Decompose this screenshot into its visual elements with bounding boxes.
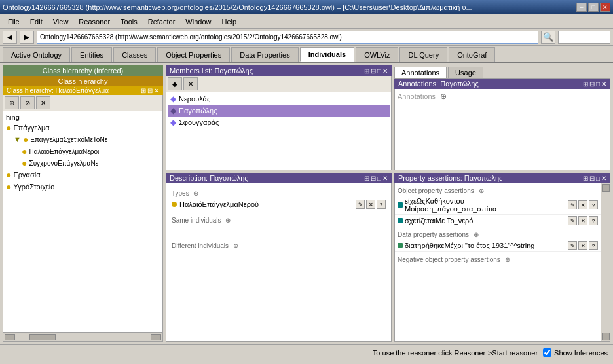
prop-icon-3[interactable]: □ — [596, 175, 600, 182]
different-add-button[interactable]: ⊕ — [233, 242, 238, 249]
desc-icon-2[interactable]: ⊟ — [371, 175, 376, 182]
prop-item-diatirithike[interactable]: διατηρήθηκεΜέχρι "το έτος 1931"^^string … — [395, 240, 601, 252]
prop-edit-3[interactable]: ✎ — [568, 241, 577, 250]
maximize-button[interactable]: □ — [588, 3, 599, 12]
tab-classes[interactable]: Classes — [113, 47, 156, 62]
prop-info-1[interactable]: ? — [589, 200, 598, 209]
menu-help[interactable]: Help — [216, 16, 242, 27]
tab-ontograf[interactable]: OntoGraf — [449, 47, 495, 62]
tab-usage[interactable]: Usage — [448, 67, 483, 78]
address-search-button[interactable]: 🔍 — [541, 31, 555, 44]
same-individuals-label: Same individuals ⊕ — [169, 215, 388, 225]
forward-button[interactable]: ▶ — [20, 31, 34, 44]
annotations-add-button[interactable]: ⊕ — [440, 92, 447, 101]
prop-delete-1[interactable]: ✕ — [578, 200, 587, 209]
member-item-neroylas[interactable]: ◆ Νερουλάς — [168, 93, 390, 105]
ann-icon-2[interactable]: ⊟ — [589, 81, 595, 88]
object-add-button[interactable]: ⊕ — [479, 187, 484, 194]
description-panel: Description: Παγοπώλης ⊞ ⊟ □ ✕ Types ⊕ — [166, 173, 392, 342]
members-header: Members list: Παγοπώλης ⊞ ⊟ □ ✕ — [166, 65, 392, 76]
prop-info-3[interactable]: ? — [589, 241, 598, 250]
minimize-button[interactable]: – — [576, 3, 587, 12]
types-add-button[interactable]: ⊕ — [193, 190, 198, 197]
member-item-sfouggaras[interactable]: ◆ Σφουγγαράς — [168, 117, 390, 128]
tree-item-epaggelma-sxetiko[interactable]: ▼ ● ΕπαγγελμαΣχετικόΜεΤοΝε — [12, 134, 161, 145]
panel-icon-3[interactable]: ✕ — [154, 87, 159, 94]
edit-class-button[interactable]: ⊘ — [20, 96, 35, 109]
neg-add-button[interactable]: ⊕ — [505, 256, 510, 263]
search-input[interactable] — [558, 31, 610, 44]
add-member-button[interactable]: ◆ — [168, 77, 182, 90]
tree-item-palaio-epaggelma[interactable]: ● ΠαλαιόΕπάγγελμαΝεροϊ — [20, 145, 161, 157]
inferences-checkbox-input[interactable] — [543, 348, 551, 357]
panel-icon-2[interactable]: ⊟ — [147, 87, 153, 94]
tab-dl-query[interactable]: DL Query — [399, 47, 447, 62]
prop-delete-3[interactable]: ✕ — [578, 241, 587, 250]
members-icon-4[interactable]: ✕ — [382, 67, 388, 75]
desc-icon-4[interactable]: ✕ — [382, 175, 388, 182]
close-button[interactable]: ✕ — [600, 3, 610, 12]
ann-icon-1[interactable]: ⊞ — [583, 81, 588, 88]
annotations-label: Annotations — [398, 92, 436, 100]
address-input[interactable] — [37, 31, 538, 44]
annotations-tabs: Annotations Usage — [394, 65, 610, 79]
desc-icon-1[interactable]: ⊞ — [364, 175, 369, 182]
bottom-right: Description: Παγοπώλης ⊞ ⊟ □ ✕ Types ⊕ — [166, 173, 610, 342]
prop-item-sxetizetai[interactable]: σχετίζεταιΜε Το_νερό ✎ ✕ ? — [395, 215, 601, 227]
vertical-scrollbar[interactable] — [601, 183, 610, 341]
prop-delete-2[interactable]: ✕ — [578, 216, 587, 225]
tab-data-properties[interactable]: Data Properties — [231, 47, 298, 62]
type-delete-btn[interactable]: ✕ — [366, 200, 375, 209]
prop-icon-2[interactable]: ⊟ — [589, 175, 595, 182]
type-edit-btn[interactable]: ✎ — [356, 200, 365, 209]
tab-individuals[interactable]: Individuals — [300, 47, 354, 62]
data-add-button[interactable]: ⊕ — [474, 231, 479, 238]
menu-reasoner[interactable]: Reasoner — [73, 16, 115, 27]
members-list: ◆ Νερουλάς ◆ Παγοπώλης ◆ Σφουγγαράς — [166, 92, 392, 170]
tab-entities[interactable]: Entities — [71, 47, 112, 62]
prop-icon-1[interactable]: ⊞ — [583, 175, 588, 182]
ann-icon-4[interactable]: ✕ — [601, 81, 606, 88]
member-item-pagopolis[interactable]: ◆ Παγοπώλης — [168, 105, 390, 117]
menu-window[interactable]: Window — [180, 16, 216, 27]
menu-edit[interactable]: Edit — [25, 16, 48, 27]
prop-icon-4[interactable]: ✕ — [601, 175, 606, 182]
tab-annotations[interactable]: Annotations — [394, 67, 447, 78]
member-text-sfouggaras: Σφουγγαράς — [179, 118, 219, 126]
tree-item-sygxrono[interactable]: ● ΣύγχρονοΕπάγγελμαΝε — [20, 157, 161, 169]
remove-member-button[interactable]: ✕ — [183, 77, 198, 90]
dot-icon: ● — [22, 146, 27, 156]
menu-view[interactable]: View — [48, 16, 74, 27]
members-icon-3[interactable]: □ — [377, 67, 381, 75]
panel-icon-1[interactable]: ⊞ — [141, 87, 146, 94]
menu-file[interactable]: File — [3, 16, 25, 27]
show-inferences-checkbox[interactable]: Show Inferences — [543, 348, 608, 357]
tree-item-epaggelma[interactable]: ● Επάγγελμα — [5, 122, 161, 134]
remove-class-button[interactable]: ✕ — [36, 96, 50, 109]
menu-refactor[interactable]: Refactor — [143, 16, 181, 27]
prop-item-eixe[interactable]: είχεΩςΚαθήκοντουΜοίραση_πάγου_στα_σπίτια… — [395, 196, 601, 215]
add-class-button[interactable]: ⊕ — [5, 96, 19, 109]
tree-item-ygro[interactable]: ● ΥγρόΣτοιχείο — [5, 181, 161, 192]
horizontal-scrollbar[interactable] — [3, 333, 163, 342]
tab-object-properties[interactable]: Object Properties — [157, 47, 230, 62]
tree-item-thing[interactable]: hing — [5, 113, 161, 122]
prop-edit-2[interactable]: ✎ — [568, 216, 577, 225]
expand-icon: ▼ — [14, 136, 21, 143]
desc-icon-3[interactable]: □ — [377, 175, 381, 182]
scroll-thumb-h[interactable] — [29, 334, 56, 340]
prop-info-2[interactable]: ? — [589, 216, 598, 225]
tab-owlviz[interactable]: OWLViz — [356, 47, 398, 62]
tab-active-ontology[interactable]: Active Ontology — [3, 47, 70, 62]
data-props-label: Data property assertions ⊕ — [395, 230, 601, 240]
members-icon-2[interactable]: ⊟ — [371, 67, 376, 75]
type-info-btn[interactable]: ? — [377, 200, 386, 209]
ann-icon-3[interactable]: □ — [596, 81, 600, 88]
members-icon-1[interactable]: ⊞ — [364, 67, 369, 75]
back-button[interactable]: ◀ — [3, 31, 17, 44]
type-item-palaio[interactable]: ΠαλαιόΕπάγγελμαΝερού ✎ ✕ ? — [169, 198, 388, 210]
menu-tools[interactable]: Tools — [115, 16, 143, 27]
same-add-button[interactable]: ⊕ — [225, 217, 231, 224]
tree-item-ergasia[interactable]: ● Εργασία — [5, 169, 161, 181]
prop-edit-1[interactable]: ✎ — [568, 200, 577, 209]
